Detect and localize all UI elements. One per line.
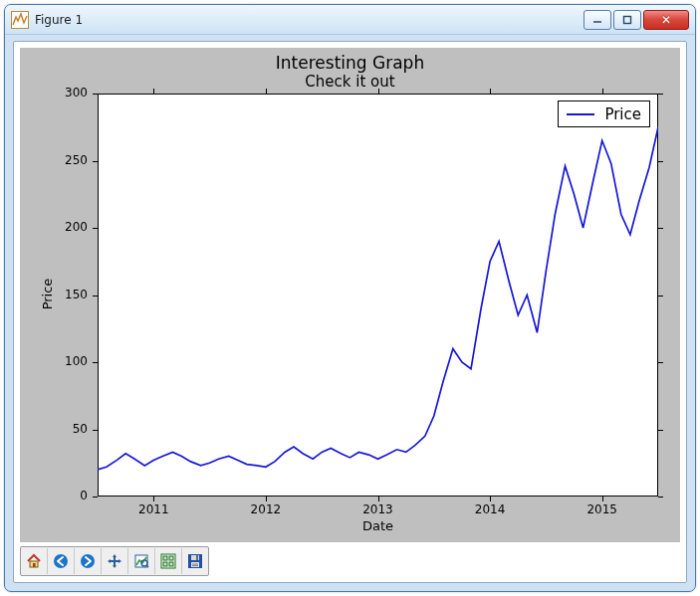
title-bar: Figure 1 ✕: [5, 5, 695, 35]
x-tick-label: 2013: [353, 502, 403, 516]
toolbar-forward-button[interactable]: [75, 548, 102, 574]
figure-canvas: Interesting GraphCheck it out05010015020…: [20, 48, 680, 542]
y-tick-label: 50: [20, 422, 88, 436]
toolbar-zoom-button[interactable]: [128, 548, 155, 574]
client-area: Interesting GraphCheck it out05010015020…: [13, 41, 687, 583]
chart-title-main: Interesting Graph: [20, 54, 680, 74]
figure-window: { "window": { "title": "Figure 1" }, "to…: [4, 4, 696, 592]
svg-point-5: [54, 554, 68, 568]
toolbar-save-button[interactable]: [182, 548, 208, 574]
x-tick-label: 2015: [578, 502, 627, 516]
svg-rect-13: [163, 562, 167, 566]
legend-swatch: [567, 113, 594, 115]
x-tick-label: 2011: [128, 502, 178, 516]
toolbar-subplots-button[interactable]: [155, 548, 182, 574]
minimize-button[interactable]: [583, 10, 611, 30]
toolbar-pan-button[interactable]: [102, 548, 128, 574]
y-axis-label: Price: [40, 267, 55, 320]
svg-rect-4: [33, 563, 36, 567]
svg-rect-14: [169, 562, 173, 566]
x-tick-label: 2012: [241, 502, 291, 516]
chart-title-sub: Check it out: [20, 74, 680, 91]
svg-point-6: [81, 554, 95, 568]
maximize-button[interactable]: [613, 10, 641, 30]
x-tick-label: 2014: [465, 502, 515, 516]
x-axis-label: Date: [98, 518, 658, 533]
close-button[interactable]: ✕: [643, 10, 689, 30]
y-tick-label: 200: [20, 220, 88, 234]
y-tick-label: 0: [20, 489, 88, 502]
legend: Price: [558, 100, 650, 127]
legend-label: Price: [604, 105, 641, 123]
svg-rect-11: [163, 556, 167, 560]
mpl-toolbar: [20, 546, 209, 576]
y-tick-label: 100: [20, 354, 88, 368]
toolbar-back-button[interactable]: [48, 548, 75, 574]
y-tick-label: 300: [20, 86, 88, 99]
svg-rect-17: [196, 555, 198, 560]
toolbar-home-button[interactable]: [21, 548, 48, 574]
svg-rect-1: [624, 16, 631, 23]
y-tick-label: 250: [20, 153, 88, 167]
svg-rect-12: [169, 556, 173, 560]
window-title: Figure 1: [35, 13, 83, 27]
app-icon: [11, 11, 29, 29]
chart-title: Interesting GraphCheck it out: [20, 54, 680, 91]
window-controls: ✕: [583, 10, 689, 30]
axes: [98, 94, 658, 497]
